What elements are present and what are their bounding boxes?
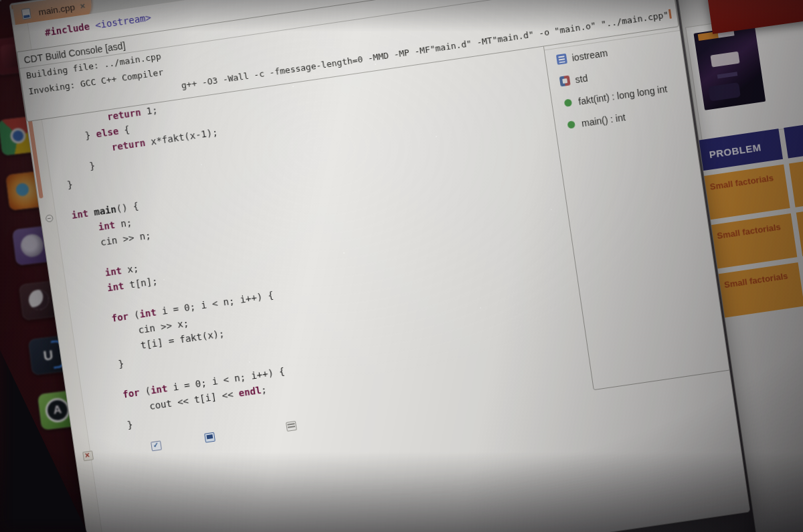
code-token: } — [66, 179, 74, 190]
code-token: main — [93, 203, 117, 217]
code-token: } — [88, 160, 96, 171]
code-token: () { — [116, 201, 140, 215]
code-token: endl — [238, 385, 262, 399]
problem-link[interactable]: Small factorials — [716, 221, 781, 241]
code-token: int — [71, 207, 89, 220]
screen-tilt-wrapper: amely vekötbulgvekliısmbukkanla PROBLEM … — [0, 0, 803, 532]
fold-marker-icon[interactable]: − — [46, 214, 54, 222]
code-token: x; — [121, 263, 139, 276]
eclipse-window: Project Explorer × ⇄ asdBinariesIncludes… — [9, 0, 750, 532]
namespace-icon — [559, 76, 571, 87]
code-token: } — [118, 358, 125, 369]
include-icon — [556, 54, 567, 65]
tasks-icon — [151, 440, 162, 451]
code-token: int — [150, 383, 168, 395]
close-icon[interactable]: × — [80, 0, 86, 11]
code-token: } — [126, 419, 134, 430]
code-token: for — [122, 387, 140, 400]
method-public-icon — [567, 120, 575, 128]
cpp-file-icon — [21, 8, 31, 20]
properties-icon — [286, 420, 297, 431]
code-token: int — [98, 219, 116, 232]
code-token: int — [106, 280, 124, 293]
code-token: return — [111, 137, 146, 153]
problem-link[interactable]: Small factorials — [723, 271, 788, 290]
problem-cell: Small factorials — [704, 165, 790, 220]
code-token: ; — [260, 384, 268, 395]
article-thumbnail[interactable] — [693, 25, 766, 110]
code-token: 1; — [140, 104, 158, 117]
problem-cell: Small factorials — [711, 213, 797, 269]
code-token: n; — [114, 217, 132, 230]
code-token: else — [96, 126, 120, 140]
dust-specks — [0, 0, 1, 1]
code-token: int — [139, 306, 157, 319]
console-icon — [204, 432, 215, 442]
problem-link[interactable]: Small factorials — [709, 173, 774, 192]
code-token: int — [104, 265, 122, 278]
outline-item-label: iostream — [571, 47, 608, 63]
text-caret — [668, 9, 672, 19]
outline-item-label: main() : int — [581, 112, 626, 128]
method-public-icon — [564, 98, 572, 106]
code-token: { — [118, 124, 130, 136]
problem-cell: Small factorials — [719, 262, 803, 318]
code-token: t[n]; — [123, 276, 158, 291]
outline-item-label: std — [574, 72, 588, 85]
problems-icon — [82, 450, 94, 461]
photo-canvas: UA amely vekötbulgvekliısmbukkanla PROBL… — [0, 0, 803, 532]
code-token: for — [111, 311, 129, 323]
editor-tab-label: main.cpp — [38, 2, 76, 17]
